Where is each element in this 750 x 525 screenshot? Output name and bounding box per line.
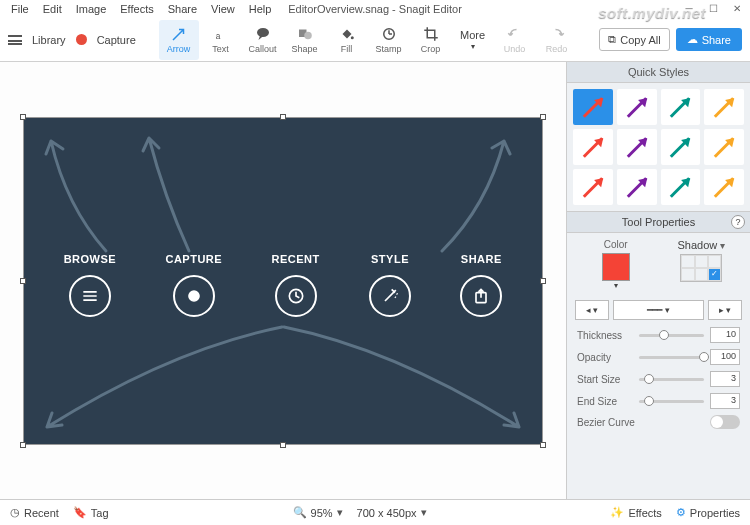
thickness-slider[interactable] [639, 334, 704, 337]
quick-style-3[interactable] [704, 89, 744, 125]
canvas-item-share: SHARE [460, 253, 502, 317]
bezier-toggle[interactable] [710, 415, 740, 429]
undo-button[interactable]: Undo [495, 20, 535, 60]
resize-handle[interactable] [20, 278, 26, 284]
menu-share[interactable]: Share [162, 1, 203, 17]
resize-handle[interactable] [280, 114, 286, 120]
zoom-control[interactable]: 🔍 95% ▾ [293, 506, 343, 519]
menu-edit[interactable]: Edit [37, 1, 68, 17]
opacity-slider[interactable] [639, 356, 704, 359]
tool-callout[interactable]: Callout [243, 20, 283, 60]
share-button[interactable]: ☁Share [676, 28, 742, 51]
quick-style-9[interactable] [617, 169, 657, 205]
redo-button[interactable]: Redo [537, 20, 577, 60]
properties-panel: Quick Styles Tool Properties? Color▾ Sha… [566, 62, 750, 499]
svg-text:a: a [215, 32, 220, 41]
quick-style-7[interactable] [704, 129, 744, 165]
copy-icon: ⧉ [608, 33, 616, 46]
quick-style-5[interactable] [617, 129, 657, 165]
maximize-button[interactable]: ☐ [702, 0, 724, 16]
canvas-image[interactable]: BROWSE CAPTURE RECENT STYLE SHARE [23, 117, 543, 445]
tool-arrow[interactable]: Arrow [159, 20, 199, 60]
resize-handle[interactable] [20, 114, 26, 120]
resize-handle[interactable] [540, 114, 546, 120]
shadow-picker[interactable]: ✓ [680, 254, 722, 282]
svg-point-3 [304, 32, 312, 40]
library-link[interactable]: Library [32, 34, 66, 46]
quick-style-4[interactable] [573, 129, 613, 165]
quick-styles-grid [567, 83, 750, 211]
menu-image[interactable]: Image [70, 1, 113, 17]
tool-palette: Arrow aText Callout Shape Fill Stamp Cro… [159, 20, 577, 60]
quick-style-10[interactable] [661, 169, 701, 205]
quick-style-1[interactable] [617, 89, 657, 125]
resize-handle[interactable] [540, 278, 546, 284]
resize-handle[interactable] [20, 442, 26, 448]
close-button[interactable]: ✕ [726, 0, 748, 16]
canvas-item-style: STYLE [369, 253, 411, 317]
menu-file[interactable]: File [5, 1, 35, 17]
tool-text[interactable]: aText [201, 20, 241, 60]
menu-view[interactable]: View [205, 1, 241, 17]
toolbar: Library Capture Arrow aText Callout Shap… [0, 18, 750, 62]
canvas-item-capture: CAPTURE [165, 253, 222, 317]
recent-button[interactable]: ◷ Recent [10, 506, 59, 519]
copy-all-button[interactable]: ⧉Copy All [599, 28, 669, 51]
help-icon[interactable]: ? [731, 215, 745, 229]
capture-link[interactable]: Capture [97, 34, 136, 46]
record-icon [76, 34, 87, 45]
quick-styles-header: Quick Styles [567, 62, 750, 83]
end-size-slider[interactable] [639, 400, 704, 403]
menu-effects[interactable]: Effects [114, 1, 159, 17]
quick-style-0[interactable] [573, 89, 613, 125]
resize-handle[interactable] [540, 442, 546, 448]
svg-point-4 [350, 36, 353, 39]
svg-point-6 [189, 291, 199, 301]
canvas-item-browse: BROWSE [64, 253, 117, 317]
dimensions-display[interactable]: 700 x 450px ▾ [357, 506, 427, 519]
thickness-value[interactable]: 10 [710, 327, 740, 343]
canvas-item-recent: RECENT [271, 253, 319, 317]
start-size-value[interactable]: 3 [710, 371, 740, 387]
tool-stamp[interactable]: Stamp [369, 20, 409, 60]
end-size-value[interactable]: 3 [710, 393, 740, 409]
resize-handle[interactable] [280, 442, 286, 448]
minimize-button[interactable]: ─ [678, 0, 700, 16]
opacity-value[interactable]: 100 [710, 349, 740, 365]
quick-style-2[interactable] [661, 89, 701, 125]
head-style[interactable]: ▸ ▾ [708, 300, 742, 320]
quick-style-11[interactable] [704, 169, 744, 205]
tag-button[interactable]: 🔖 Tag [73, 506, 109, 519]
menu-help[interactable]: Help [243, 1, 278, 17]
tool-crop[interactable]: Crop [411, 20, 451, 60]
properties-tab[interactable]: ⚙ Properties [676, 506, 740, 519]
start-size-slider[interactable] [639, 378, 704, 381]
svg-point-1 [257, 28, 269, 37]
tool-fill[interactable]: Fill [327, 20, 367, 60]
tool-shape[interactable]: Shape [285, 20, 325, 60]
color-swatch[interactable] [602, 253, 630, 281]
tail-style[interactable]: ◂ ▾ [575, 300, 609, 320]
window-controls: ─ ☐ ✕ [678, 0, 748, 16]
share-icon: ☁ [687, 33, 698, 46]
quick-style-8[interactable] [573, 169, 613, 205]
tool-more[interactable]: More▾ [453, 20, 493, 60]
line-style[interactable]: ━━━ ▾ [613, 300, 704, 320]
tool-properties-header: Tool Properties? [567, 211, 750, 233]
hamburger-icon[interactable] [8, 35, 22, 45]
status-bar: ◷ Recent 🔖 Tag 🔍 95% ▾ 700 x 450px ▾ ✨ E… [0, 499, 750, 525]
quick-style-6[interactable] [661, 129, 701, 165]
canvas-area[interactable]: BROWSE CAPTURE RECENT STYLE SHARE [0, 62, 566, 499]
effects-tab[interactable]: ✨ Effects [610, 506, 661, 519]
